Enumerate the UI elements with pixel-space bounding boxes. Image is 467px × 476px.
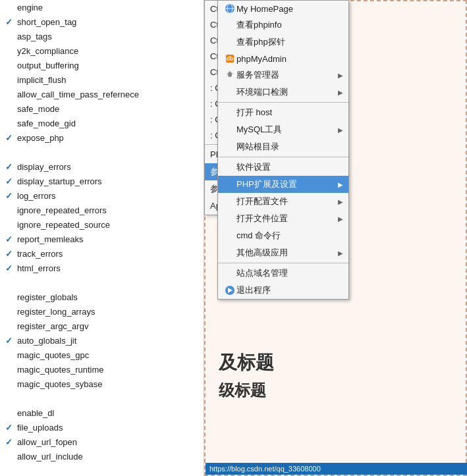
cm1-arrow-11: ▶ (338, 198, 343, 205)
svg-text:db: db (227, 55, 234, 62)
sidebar-label-magic_quotes_gpc: magic_quotes_gpc (17, 350, 201, 360)
sidebar-label-register_globals: register_globals (17, 292, 201, 302)
sidebar-item-enable_dl[interactable]: enable_dl (0, 406, 204, 420)
sidebar-item-magic_quotes_gpc[interactable]: magic_quotes_gpc (0, 348, 204, 362)
sidebar-item-ignore_repeated_source[interactable]: ignore_repeated_source (0, 217, 204, 232)
sidebar-label-display_errors: display_errors (17, 162, 201, 172)
cm1-label-9: 软件设置 (236, 161, 343, 173)
sidebar-label-ignore_repeated_errors: ignore_repeated_errors (17, 205, 201, 215)
cm1-label-12: 打开文件位置 (236, 213, 335, 225)
sidebar-item-report_memleaks[interactable]: ✓report_memleaks (0, 232, 204, 246)
sidebar-item-engine[interactable]: engine (0, 0, 204, 14)
cm1-item-7[interactable]: MySQL工具▶ (218, 121, 348, 138)
cm1-label-16: 退出程序 (236, 284, 343, 296)
sidebar-item-output_buffering[interactable]: output_buffering (0, 58, 204, 72)
sidebar-item-safe_mode_gid[interactable]: safe_mode_gid (0, 116, 204, 130)
cm1-label-4: 服务管理器 (236, 69, 335, 81)
cm1-icon-4 (223, 70, 236, 80)
sidebar-label-display_startup_errors: display_startup_errors (17, 176, 201, 186)
sidebar-label-auto_globals_jit: auto_globals_jit (17, 336, 201, 346)
sidebar-label-track_errors: track_errors (17, 249, 201, 259)
sidebar-item-register_globals[interactable]: register_globals (0, 290, 204, 304)
cm1-item-9[interactable]: 软件设置 (218, 159, 348, 176)
cm1-item-13[interactable]: cmd 命令行 (218, 227, 348, 244)
cm1-item-6[interactable]: 打开 host (218, 104, 348, 121)
cm1-label-2: 查看php探针 (236, 36, 343, 48)
cm1-arrow-12: ▶ (338, 215, 343, 223)
sidebar-item-track_errors[interactable]: ✓track_errors (0, 246, 204, 261)
cm1-item-10[interactable]: PHP扩展及设置▶ (218, 176, 348, 193)
sidebar: engine✓short_open_tagasp_tagsy2k_complia… (0, 0, 204, 476)
cm1-label-0: My HomePage (236, 4, 343, 14)
cm1-item-12[interactable]: 打开文件位置▶ (218, 210, 348, 227)
sidebar-label-register_long_arrays: register_long_arrays (17, 307, 201, 317)
cm1-label-13: cmd 命令行 (236, 230, 343, 242)
url-bar: https://blog.csdn.net/qq_33608000 (206, 463, 467, 475)
cm1-item-3[interactable]: dbphpMyAdmin (218, 51, 348, 66)
check-icon-display_errors: ✓ (5, 162, 17, 172)
sidebar-label-safe_mode_gid: safe_mode_gid (17, 119, 201, 128)
cm1-label-5: 环境端口检测 (236, 86, 335, 98)
cm1-item-2[interactable]: 查看php探针 (218, 34, 348, 51)
cm1-icon-3: db (223, 53, 236, 64)
cm1-item-0[interactable]: My HomePage (218, 1, 348, 16)
check-icon-report_memleaks: ✓ (5, 234, 17, 244)
cm1-item-1[interactable]: 查看phpinfo (218, 16, 348, 34)
cm1-arrow-5: ▶ (338, 89, 343, 96)
sidebar-item-safe_mode[interactable]: safe_mode (0, 101, 204, 116)
sidebar-label-asp_tags: asp_tags (17, 32, 201, 41)
sidebar-item-display_startup_errors[interactable]: ✓display_startup_errors (0, 174, 204, 188)
sidebar-item-implicit_flush[interactable]: implicit_flush (0, 72, 204, 87)
sidebar-label-ignore_repeated_source: ignore_repeated_source (17, 220, 201, 230)
cm1-label-10: PHP扩展及设置 (236, 178, 335, 190)
sidebar-label-file_uploads: file_uploads (17, 423, 201, 433)
cm1-label-3: phpMyAdmin (236, 54, 343, 64)
sidebar-label-allow_call_time_pass_refernece: allow_call_time_pass_refernece (17, 90, 201, 99)
cm1-arrow-10: ▶ (338, 181, 343, 188)
cm1-item-8[interactable]: 网站根目录 (218, 138, 348, 155)
cm1-item-4[interactable]: 服务管理器▶ (218, 66, 348, 84)
cm1-label-14: 其他高级应用 (236, 247, 335, 259)
sidebar-item-file_uploads[interactable]: ✓file_uploads (0, 420, 204, 435)
sidebar-label-engine: engine (17, 3, 201, 13)
sidebar-item-magic_quotes_sybase[interactable]: magic_quotes_sybase (0, 377, 204, 391)
sidebar-item-html_errors[interactable]: ✓html_errors (0, 261, 204, 275)
context-menu-1: My HomePage查看phpinfo查看php探针dbphpMyAdmin服… (217, 0, 349, 300)
cm1-arrow-4: ▶ (338, 72, 343, 79)
check-icon-log_errors: ✓ (5, 191, 17, 201)
sidebar-item-log_errors[interactable]: ✓log_errors (0, 188, 204, 203)
sidebar-item-short_open_tag[interactable]: ✓short_open_tag (0, 14, 204, 29)
check-icon-track_errors: ✓ (5, 249, 17, 259)
check-icon-file_uploads: ✓ (5, 423, 17, 433)
main-heading-1: 及标题 (219, 350, 274, 375)
cm1-item-11[interactable]: 打开配置文件▶ (218, 193, 348, 210)
cm1-label-15: 站点域名管理 (236, 267, 343, 279)
sidebar-item-register_long_arrays[interactable]: register_long_arrays (0, 304, 204, 319)
sidebar-item-allow_url_fopen[interactable]: ✓allow_url_fopen (0, 435, 204, 449)
sidebar-label-register_argc_argv: register_argc_argv (17, 321, 201, 331)
sidebar-item-display_errors[interactable]: ✓display_errors (0, 159, 204, 174)
cm1-item-15[interactable]: 站点域名管理 (218, 265, 348, 282)
cm1-arrow-14: ▶ (338, 250, 343, 257)
sidebar-item-magic_quotes_runtime[interactable]: magic_quotes_runtime (0, 362, 204, 377)
sidebar-item-y2k_compliance[interactable]: y2k_compliance (0, 43, 204, 58)
cm1-item-5[interactable]: 环境端口检测▶ (218, 84, 348, 101)
sidebar-item-expose_php[interactable]: ✓expose_php (0, 130, 204, 145)
sidebar-label-safe_mode: safe_mode (17, 104, 201, 114)
sidebar-item-allow_url_include[interactable]: allow_url_include (0, 449, 204, 463)
cm1-label-1: 查看phpinfo (236, 19, 343, 31)
sidebar-label-short_open_tag: short_open_tag (17, 17, 201, 27)
cm1-arrow-7: ▶ (338, 126, 343, 134)
cm1-item-14[interactable]: 其他高级应用▶ (218, 244, 348, 261)
sidebar-item-ignore_repeated_errors[interactable]: ignore_repeated_errors (0, 203, 204, 217)
cm1-item-16[interactable]: 退出程序 (218, 282, 348, 299)
sidebar-label-html_errors: html_errors (17, 263, 201, 273)
sidebar-item-register_argc_argv[interactable]: register_argc_argv (0, 319, 204, 333)
check-icon-auto_globals_jit: ✓ (5, 336, 17, 346)
sidebar-item-allow_call_time_pass_refernece[interactable]: allow_call_time_pass_refernece (0, 87, 204, 101)
main-heading-2: 级标题 (219, 380, 266, 401)
sidebar-label-report_memleaks: report_memleaks (17, 234, 201, 244)
sidebar-item-asp_tags[interactable]: asp_tags (0, 29, 204, 43)
sidebar-item-auto_globals_jit[interactable]: ✓auto_globals_jit (0, 333, 204, 348)
cm1-label-8: 网站根目录 (236, 141, 343, 153)
